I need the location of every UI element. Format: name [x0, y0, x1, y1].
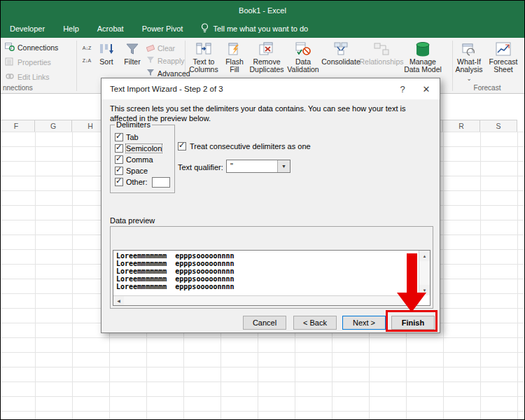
sort-button[interactable]: Sort: [94, 40, 119, 66]
text-qualifier-dropdown[interactable]: " ▼: [226, 160, 290, 173]
advanced-label: Advanced: [158, 69, 190, 78]
forecast-group-label: Forecast: [452, 84, 522, 92]
edit-links-button: Edit Links: [5, 71, 50, 83]
forecast-sheet-icon: [496, 40, 511, 58]
sort-descending-button[interactable]: Z↓A: [78, 55, 95, 66]
titlebar: Book1 - Excel: [1, 1, 524, 20]
forecast-sheet-label-2: Sheet: [493, 66, 512, 74]
consolidate-button[interactable]: Consolidate: [321, 40, 360, 66]
forecast-sheet-button[interactable]: Forecast Sheet: [486, 40, 520, 74]
relationships-button: Relationships: [360, 40, 402, 66]
edit-links-label: Edit Links: [18, 73, 50, 81]
sort-icon: [99, 40, 114, 58]
delimiter-space-label: Space: [126, 167, 148, 175]
consolidate-label: Consolidate: [321, 58, 360, 66]
cancel-button[interactable]: Cancel: [243, 316, 286, 330]
text-import-wizard-dialog: Text Import Wizard - Step 2 of 3 ? ✕ Thi…: [101, 78, 440, 333]
vertical-scrollbar[interactable]: ▲ ▼: [419, 251, 430, 295]
clear-label: Clear: [158, 44, 175, 52]
flash-fill-icon: [227, 40, 241, 58]
tab-help[interactable]: Help: [54, 21, 88, 36]
column-header[interactable]: G: [35, 120, 72, 132]
delimiter-semicolon-label: Semicolon: [126, 144, 162, 153]
column-header[interactable]: F: [0, 120, 35, 132]
clear-eraser-icon: [146, 43, 155, 53]
tab-acrobat[interactable]: Acrobat: [88, 21, 133, 36]
delimiter-space-checkbox[interactable]: Space: [115, 165, 170, 176]
what-if-analysis-icon: [462, 40, 476, 58]
dialog-close-button[interactable]: ✕: [414, 78, 438, 99]
text-qualifier-label: Text qualifier:: [178, 163, 223, 172]
connections-button[interactable]: Connections: [5, 41, 58, 54]
connections-label: Connections: [18, 43, 58, 52]
checkbox-checked-icon[interactable]: [115, 167, 123, 175]
preview-line: Loreemmmmmmm epppsooooonnnn: [116, 260, 416, 267]
back-button[interactable]: < Back: [293, 316, 337, 330]
what-if-analysis-button[interactable]: What-If Analysis: [452, 40, 486, 83]
delimiter-comma-checkbox[interactable]: Comma: [115, 154, 170, 165]
advanced-funnel-icon: [146, 69, 155, 78]
tell-me-label: Tell me what you want to do: [213, 24, 308, 33]
text-qualifier-value: ": [227, 160, 277, 172]
sort-ascending-button[interactable]: A↓Z: [78, 42, 95, 53]
delimiter-other-checkbox[interactable]: Other:: [115, 176, 170, 188]
preview-line: Loreemmmmmmm epppsooooonnnn: [116, 283, 416, 290]
data-preview-text: Loreemmmmmmm epppsooooonnnn Loreemmmmmmm…: [113, 251, 419, 295]
window-title: Book1 - Excel: [239, 6, 286, 15]
remove-duplicates-button[interactable]: Remove Duplicates: [248, 40, 285, 74]
treat-consecutive-checkbox[interactable]: Treat consecutive delimiters as one: [178, 142, 311, 150]
preview-line: Loreemmmmmmm epppsooooonnnn: [116, 275, 416, 283]
remove-duplicates-icon: [259, 40, 274, 58]
next-button[interactable]: Next >: [342, 316, 386, 330]
data-validation-icon: [295, 40, 311, 58]
filter-funnel-icon: [125, 40, 139, 58]
consolidate-icon: [334, 40, 348, 58]
other-delimiter-input[interactable]: [152, 177, 170, 188]
remove-duplicates-label-2: Duplicates: [249, 66, 284, 74]
delimiters-group-label: Delimiters: [115, 120, 152, 129]
delimiter-semicolon-checkbox[interactable]: Semicolon: [115, 143, 170, 154]
column-header[interactable]: R: [443, 120, 480, 132]
group-divider: [76, 41, 77, 91]
annotation-arrow-head: [397, 293, 426, 312]
text-to-columns-icon: [196, 40, 211, 58]
checkbox-checked-icon[interactable]: [115, 155, 123, 164]
delimiter-tab-checkbox[interactable]: Tab: [115, 132, 170, 143]
checkbox-checked-icon[interactable]: [178, 142, 186, 150]
checkbox-checked-icon[interactable]: [115, 178, 123, 186]
tell-me-box[interactable]: Tell me what you want to do: [192, 20, 317, 38]
filter-button[interactable]: Filter: [120, 40, 145, 66]
checkbox-checked-icon[interactable]: [115, 144, 123, 153]
flash-fill-label-2: Fill: [230, 66, 239, 74]
scroll-up-icon[interactable]: ▲: [419, 251, 430, 261]
tab-developer[interactable]: Developer: [1, 21, 54, 36]
dialog-help-button[interactable]: ?: [391, 78, 414, 99]
text-to-columns-button[interactable]: Text to Columns: [187, 40, 220, 74]
column-header[interactable]: S: [480, 120, 517, 132]
sort-label: Sort: [99, 58, 113, 66]
scroll-left-icon[interactable]: ◀: [113, 296, 124, 305]
relationships-label: Relationships: [359, 58, 403, 66]
tab-power-pivot[interactable]: Power Pivot: [133, 21, 192, 36]
manage-data-model-label-2: Data Model: [404, 66, 442, 74]
preview-line: Loreemmmmmmm epppsooooonnnn: [116, 267, 416, 275]
data-validation-button[interactable]: Data Validation: [285, 40, 321, 83]
properties-label: Properties: [18, 58, 51, 66]
data-preview-label: Data preview: [110, 216, 155, 225]
reapply-button: Reapply: [146, 55, 185, 67]
horizontal-scrollbar[interactable]: ◀ ▶: [113, 295, 419, 305]
connections-group-label: nnections: [3, 84, 33, 92]
relationships-icon: [374, 40, 389, 58]
filter-label: Filter: [124, 58, 140, 66]
delimiter-comma-label: Comma: [126, 155, 153, 164]
what-if-analysis-label-2: Analysis: [452, 66, 486, 83]
manage-data-model-button[interactable]: Manage Data Model: [402, 40, 443, 74]
flash-fill-button[interactable]: Flash Fill: [220, 40, 248, 74]
chevron-down-icon[interactable]: ▼: [277, 160, 290, 172]
annotation-arrow-shaft: [407, 253, 417, 293]
manage-data-model-icon: [414, 40, 432, 58]
delimiter-tab-label: Tab: [126, 133, 139, 141]
delimiter-other-label: Other:: [126, 178, 148, 186]
checkbox-checked-icon[interactable]: [115, 133, 123, 141]
text-to-columns-label-2: Columns: [189, 66, 218, 74]
